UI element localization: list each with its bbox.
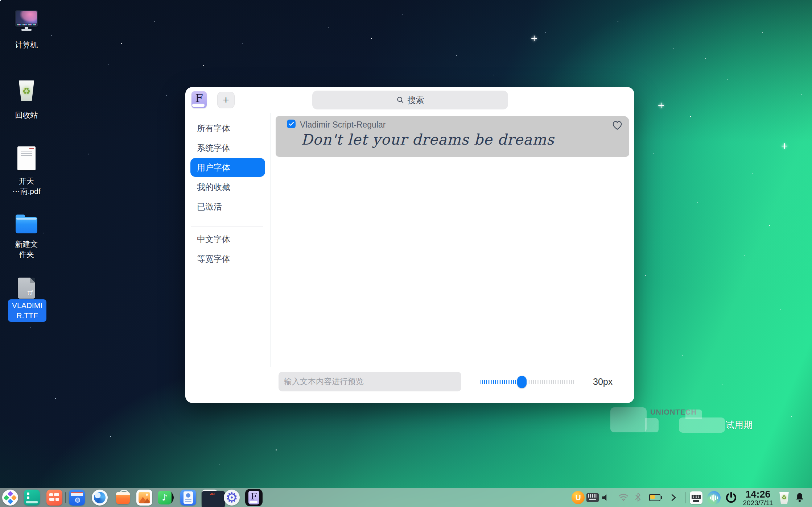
battery-level: [650, 495, 655, 499]
sidebar-item-activated[interactable]: 已激活: [190, 197, 265, 216]
font-list-item[interactable]: Vladimir Script-Regular Don't let your d…: [276, 116, 629, 157]
ime-spacebar: [693, 500, 699, 502]
page-fold: [30, 278, 35, 283]
uos-tray-icon[interactable]: U: [572, 491, 585, 504]
heart-icon: [612, 120, 623, 130]
clock[interactable]: 14:26 2023/7/11: [740, 489, 776, 507]
recycle-bin-cup: ♻: [18, 80, 35, 101]
launcher-diamond: [7, 499, 13, 504]
recycle-symbol-icon: ♻: [778, 494, 790, 501]
launchpad-block: [54, 493, 59, 496]
ttf-file-icon[interactable]: ttf: [18, 278, 35, 299]
multitasking-view-icon[interactable]: [24, 490, 40, 506]
clock-date: 2023/7/11: [740, 499, 776, 507]
sparkle-star: [782, 143, 787, 149]
slider-thumb[interactable]: [517, 376, 527, 388]
font-manager-taskbar-icon[interactable]: F: [245, 489, 263, 506]
wave-bar: [710, 496, 711, 499]
sidebar-item-favorites[interactable]: 我的收藏: [190, 178, 265, 196]
launcher-diamond: [11, 495, 17, 500]
sparkle-star: [531, 36, 537, 41]
preview-text-input[interactable]: 输入文本内容进行预览: [279, 372, 461, 391]
tray-expand-chevron[interactable]: [669, 493, 677, 502]
recycle-bin-tray-icon[interactable]: ♻: [778, 492, 790, 504]
launchpad-icon[interactable]: [46, 490, 62, 506]
recycle-bin-icon[interactable]: ♻: [18, 80, 35, 101]
launchpad-block: [55, 498, 59, 501]
sidebar-item-system-fonts[interactable]: 系统字体: [190, 138, 265, 157]
wifi-icon[interactable]: [618, 493, 629, 502]
add-font-button[interactable]: +: [217, 92, 235, 108]
watermark-logo-block: [645, 418, 659, 432]
folder-label-line1: 新建文: [3, 239, 50, 249]
browser-icon[interactable]: [92, 490, 108, 506]
pdf-file-label-line1: 开天: [3, 176, 50, 186]
launcher-icon[interactable]: [2, 490, 18, 506]
music-icon[interactable]: ♪: [158, 490, 174, 506]
photos-icon[interactable]: [136, 490, 152, 506]
app-store-icon[interactable]: [115, 490, 131, 506]
chevron-right-icon: [669, 493, 677, 502]
keyboard-tray-icon[interactable]: [586, 493, 599, 502]
font-size-slider[interactable]: [481, 372, 574, 391]
sound-effect-icon[interactable]: [707, 491, 721, 504]
watermark-trial-status: 试用期: [725, 419, 753, 431]
sidebar-item-all-fonts[interactable]: 所有字体: [190, 119, 265, 138]
taskbar-separator: [65, 492, 66, 503]
stars-large: [0, 0, 1, 1]
pdf-file-icon[interactable]: [17, 146, 36, 170]
battery-icon[interactable]: [649, 494, 662, 501]
calendar-icon[interactable]: JUL 11: [202, 490, 218, 506]
file-manager-icon[interactable]: [69, 490, 85, 506]
computer-icon[interactable]: [15, 10, 38, 32]
search-placeholder: 搜索: [408, 95, 424, 106]
wifi-arcs-icon: [618, 493, 629, 502]
mountain: [143, 498, 150, 503]
ttf-file-label-selected[interactable]: VLADIMI R.TTF: [8, 299, 46, 322]
sidebar: 所有字体 系统字体 用户字体 我的收藏 已激活 中文字体 等宽字体: [185, 113, 271, 403]
browser-swirl: [94, 492, 106, 503]
font-enabled-checkbox[interactable]: [287, 120, 296, 128]
app-logo-letter: F: [191, 92, 207, 105]
music-note-icon: ♪: [158, 491, 172, 504]
bluetooth-icon[interactable]: [635, 492, 641, 502]
recycle-bin-label: 回收站: [3, 110, 50, 120]
folder-icon[interactable]: [16, 215, 37, 233]
watermark-logo-block: [610, 407, 647, 432]
sidebar-item-monospace-fonts[interactable]: 等宽字体: [190, 249, 265, 268]
sun-dot: [146, 494, 148, 496]
ime-keys: [692, 495, 701, 499]
ttf-label-line2: R.TTF: [9, 311, 46, 321]
sidebar-item-user-fonts[interactable]: 用户字体: [190, 158, 265, 177]
font-manager-window: F + 搜索: [185, 87, 634, 403]
speaker-icon: [601, 493, 610, 502]
bell-icon: [794, 492, 805, 503]
settings-gear-icon[interactable]: ⚙: [224, 490, 240, 506]
font-preview-text: Don't let your dreams be dreams: [301, 131, 554, 148]
drawer-band: [71, 492, 83, 496]
wave-bar: [717, 496, 718, 499]
search-input[interactable]: 搜索: [312, 91, 508, 109]
sidebar-item-chinese-fonts[interactable]: 中文字体: [190, 230, 265, 249]
input-method-icon[interactable]: [690, 491, 702, 504]
volume-icon[interactable]: [601, 493, 610, 502]
launcher-diamond: [4, 495, 9, 500]
battery-nub: [661, 496, 662, 499]
multitask-square: [27, 493, 29, 495]
shutdown-icon[interactable]: [725, 491, 738, 504]
ttf-badge: ttf: [28, 289, 33, 296]
checkmark-icon: [288, 121, 294, 127]
contacts-icon[interactable]: [180, 490, 196, 506]
font-name: Vladimir Script-Regular: [300, 120, 386, 130]
tray-separator: [685, 492, 685, 503]
notification-bell-icon[interactable]: [794, 492, 805, 503]
contact-line: [185, 501, 191, 502]
preview-bar: 输入文本内容进行预览 30px: [185, 367, 634, 403]
titlebar[interactable]: F + 搜索: [185, 87, 634, 113]
favorite-button[interactable]: [612, 120, 623, 130]
app-logo-icon: F: [191, 91, 207, 108]
computer-dock: [17, 24, 36, 25]
keyboard-keys: [588, 494, 597, 498]
launcher-diamond: [7, 491, 13, 497]
pdf-file-label-line2: ⋯南.pdf: [3, 186, 50, 196]
